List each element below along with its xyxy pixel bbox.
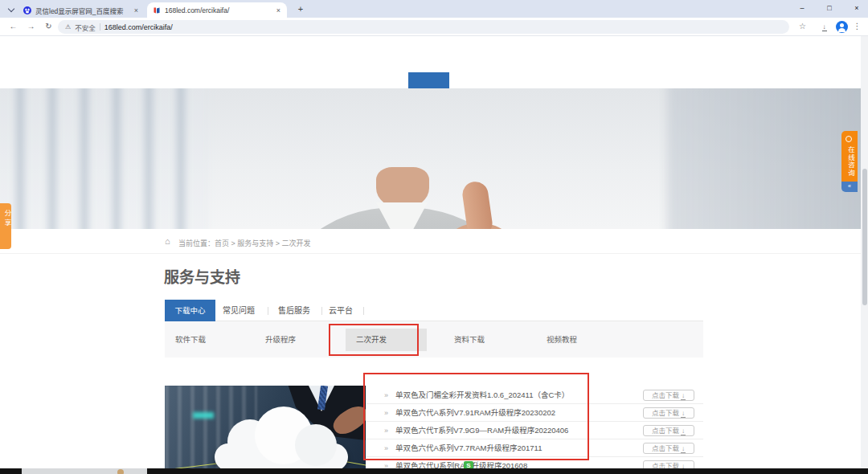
breadcrumb-separator: > (273, 239, 281, 247)
breadcrumb-link-service[interactable]: 服务与支持 (237, 239, 273, 247)
baidu-favicon (23, 6, 31, 14)
ime-menu-dots-icon[interactable]: ⋮ (475, 460, 481, 467)
site-header: LISTEN VISION innovation · persistence 网… (0, 36, 868, 88)
taskbar-app-icon[interactable] (117, 469, 124, 474)
tab-separator (363, 307, 364, 315)
tab-close-icon[interactable]: × (276, 6, 281, 14)
subnav-item-materials[interactable]: 资料下载 (454, 321, 485, 358)
tab-faq[interactable]: 常见问题 (223, 300, 255, 321)
page-title: 服务与支持 (164, 265, 240, 287)
tab-title: 灵信led显示屏官网_百度搜索 (35, 6, 129, 15)
window-minimize-button[interactable]: – (792, 0, 813, 17)
section-tabs: 下载中心 常见问题 售后服务 云平台 (165, 300, 703, 321)
cloud-photo-glow (193, 412, 214, 419)
tab-separator (268, 307, 268, 315)
browser-tab-strip: 灵信led显示屏官网_百度搜索 × 168led.com/ercikaifa/ … (0, 0, 868, 18)
banner-background-right (667, 88, 868, 229)
subnav-item-software[interactable]: 软件下载 (175, 321, 206, 358)
download-button[interactable]: 点击下载↓ (643, 425, 694, 436)
page-scrollbar-thumb[interactable] (862, 169, 867, 305)
url-text: 168led.com/ercikaifa/ (104, 23, 173, 31)
cloud-shape (295, 424, 337, 466)
tab-search-chevron-icon[interactable] (6, 4, 16, 14)
consult-icon (845, 136, 852, 142)
security-label: 不安全 (75, 22, 96, 32)
breadcrumb-prefix: 当前位置： (178, 239, 215, 247)
breadcrumb-current: 二次开发 (282, 239, 311, 247)
tab-cloud-platform[interactable]: 云平台 (329, 300, 353, 321)
address-bar[interactable]: ⚠ 不安全 168led.com/ercikaifa/ (58, 20, 789, 34)
download-arrow-icon: ↓ (681, 428, 686, 435)
tab-after-sales[interactable]: 售后服务 (278, 300, 310, 321)
browser-toolbar: ← → ↻ ⚠ 不安全 168led.com/ercikaifa/ ☆ ↓ ⋮ (0, 18, 868, 36)
taskbar-app-segment[interactable] (22, 468, 147, 474)
download-arrow-icon: ↓ (681, 446, 686, 453)
tab-separator (321, 307, 322, 315)
share-widget[interactable]: 分享 (0, 203, 11, 249)
screen: 灵信led显示屏官网_百度搜索 × 168led.com/ercikaifa/ … (0, 0, 868, 474)
download-button[interactable]: 点击下载↓ (643, 407, 694, 419)
breadcrumb: 当前位置：首页 > 服务与支持 > 二次开发 (178, 238, 311, 248)
windows-taskbar (0, 468, 868, 474)
annotation-red-box-subnav (329, 324, 419, 356)
share-label: 分享 (2, 210, 12, 228)
not-secure-warning-icon: ⚠ (65, 23, 71, 31)
subnav-item-videos[interactable]: 视频教程 (547, 321, 577, 358)
profile-avatar[interactable] (836, 21, 848, 33)
omnibox-divider (100, 23, 100, 31)
download-button[interactable]: 点击下载↓ (643, 390, 694, 401)
tab-title: 168led.com/ercikaifa/ (165, 6, 272, 14)
home-icon[interactable]: ⌂ (165, 236, 170, 246)
menu-kebab-icon[interactable]: ⋮ (850, 20, 864, 34)
download-arrow-icon: ↓ (681, 411, 686, 418)
back-button[interactable]: ← (6, 20, 20, 34)
download-button[interactable]: 点击下载↓ (643, 443, 694, 454)
banner-office-background (0, 88, 209, 229)
download-arrow-icon: ↓ (681, 393, 686, 400)
consult-collapse-button[interactable]: « (841, 182, 858, 192)
tab-download-center[interactable]: 下载中心 (165, 300, 215, 321)
online-consult-widget[interactable]: 在线咨询 (841, 131, 858, 182)
thumbs-up-thumb (461, 180, 493, 229)
download-subnav: 软件下载 升级程序 二次开发 资料下载 视频教程 (165, 321, 703, 358)
downloads-icon[interactable]: ↓ (817, 20, 830, 34)
window-maximize-button[interactable]: □ (819, 0, 840, 17)
listenvision-favicon (153, 6, 161, 14)
hero-banner-image (0, 88, 868, 229)
tab-close-icon[interactable]: × (133, 6, 139, 14)
forward-button[interactable]: → (24, 20, 38, 34)
browser-tab-baidu[interactable]: 灵信led显示屏官网_百度搜索 × (18, 2, 145, 18)
annotation-red-box-list (363, 373, 589, 460)
breadcrumb-separator: > (229, 239, 237, 247)
breadcrumb-link-home[interactable]: 首页 (215, 239, 229, 247)
browser-tab-168led[interactable]: 168led.com/ercikaifa/ × (147, 2, 287, 18)
window-close-button[interactable]: × (846, 0, 867, 17)
bookmark-star-icon[interactable]: ☆ (796, 20, 809, 34)
breadcrumb-bar: ⌂ 当前位置：首页 > 服务与支持 > 二次开发 (0, 229, 868, 254)
subnav-item-upgrade[interactable]: 升级程序 (265, 321, 296, 358)
consult-label: 在线咨询 (846, 146, 856, 177)
reload-button[interactable]: ↻ (42, 20, 55, 34)
new-tab-button[interactable]: + (294, 3, 307, 16)
cloud-computing-photo (165, 386, 366, 474)
